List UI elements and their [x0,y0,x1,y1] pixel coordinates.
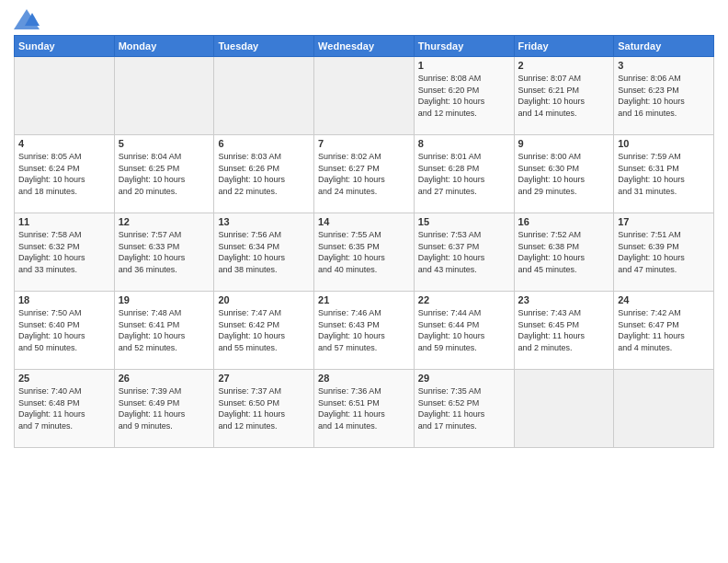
day-number: 24 [618,294,710,305]
day-info: Sunrise: 8:08 AM Sunset: 6:20 PM Dayligh… [418,73,510,119]
day-number: 5 [119,138,210,149]
week-row-3: 11Sunrise: 7:58 AM Sunset: 6:32 PM Dayli… [15,213,714,292]
day-number: 8 [418,138,510,149]
days-header-row: SundayMondayTuesdayWednesdayThursdayFrid… [15,36,714,57]
day-info: Sunrise: 7:40 AM Sunset: 6:48 PM Dayligh… [18,385,110,431]
day-info: Sunrise: 8:03 AM Sunset: 6:26 PM Dayligh… [218,151,310,197]
day-header-thursday: Thursday [414,36,514,57]
day-info: Sunrise: 7:52 AM Sunset: 6:38 PM Dayligh… [518,229,610,275]
day-header-tuesday: Tuesday [214,36,314,57]
day-cell: 19Sunrise: 7:48 AM Sunset: 6:41 PM Dayli… [114,292,214,370]
day-number: 22 [418,294,510,305]
day-info: Sunrise: 7:46 AM Sunset: 6:43 PM Dayligh… [318,307,410,353]
day-info: Sunrise: 8:01 AM Sunset: 6:28 PM Dayligh… [418,151,510,197]
day-cell [614,370,714,448]
day-number: 2 [518,60,610,71]
day-cell: 21Sunrise: 7:46 AM Sunset: 6:43 PM Dayli… [314,292,415,370]
day-cell: 10Sunrise: 7:59 AM Sunset: 6:31 PM Dayli… [614,135,714,213]
week-row-2: 4Sunrise: 8:05 AM Sunset: 6:24 PM Daylig… [15,135,714,213]
week-row-4: 18Sunrise: 7:50 AM Sunset: 6:40 PM Dayli… [15,292,714,370]
day-info: Sunrise: 8:07 AM Sunset: 6:21 PM Dayligh… [518,73,610,119]
day-info: Sunrise: 7:55 AM Sunset: 6:35 PM Dayligh… [318,229,410,275]
day-info: Sunrise: 7:44 AM Sunset: 6:44 PM Dayligh… [418,307,510,353]
day-cell: 29Sunrise: 7:35 AM Sunset: 6:52 PM Dayli… [414,370,514,448]
day-number: 23 [518,294,610,305]
day-cell: 1Sunrise: 8:08 AM Sunset: 6:20 PM Daylig… [414,57,514,135]
day-header-saturday: Saturday [614,36,714,57]
day-number: 10 [618,138,710,149]
day-cell: 26Sunrise: 7:39 AM Sunset: 6:49 PM Dayli… [114,370,214,448]
day-info: Sunrise: 8:02 AM Sunset: 6:27 PM Dayligh… [318,151,410,197]
day-number: 12 [119,216,210,227]
day-cell [214,57,314,135]
day-info: Sunrise: 7:56 AM Sunset: 6:34 PM Dayligh… [218,229,310,275]
day-cell: 16Sunrise: 7:52 AM Sunset: 6:38 PM Dayli… [514,213,614,292]
day-number: 3 [618,60,710,71]
day-cell: 8Sunrise: 8:01 AM Sunset: 6:28 PM Daylig… [414,135,514,213]
day-number: 7 [318,138,410,149]
day-header-monday: Monday [114,36,214,57]
day-cell: 11Sunrise: 7:58 AM Sunset: 6:32 PM Dayli… [15,213,115,292]
day-number: 16 [518,216,610,227]
day-info: Sunrise: 8:04 AM Sunset: 6:25 PM Dayligh… [119,151,210,197]
page-header [14,9,714,29]
week-row-1: 1Sunrise: 8:08 AM Sunset: 6:20 PM Daylig… [15,57,714,135]
day-number: 25 [18,373,110,384]
day-number: 29 [418,373,510,384]
day-info: Sunrise: 8:06 AM Sunset: 6:23 PM Dayligh… [618,73,710,119]
day-number: 6 [218,138,310,149]
day-info: Sunrise: 7:42 AM Sunset: 6:47 PM Dayligh… [618,307,710,353]
day-cell: 23Sunrise: 7:43 AM Sunset: 6:45 PM Dayli… [514,292,614,370]
day-cell: 5Sunrise: 8:04 AM Sunset: 6:25 PM Daylig… [114,135,214,213]
day-number: 28 [318,373,410,384]
calendar-table: SundayMondayTuesdayWednesdayThursdayFrid… [14,35,714,448]
day-cell: 3Sunrise: 8:06 AM Sunset: 6:23 PM Daylig… [614,57,714,135]
day-info: Sunrise: 7:59 AM Sunset: 6:31 PM Dayligh… [618,151,710,197]
day-info: Sunrise: 7:47 AM Sunset: 6:42 PM Dayligh… [218,307,310,353]
day-cell: 18Sunrise: 7:50 AM Sunset: 6:40 PM Dayli… [15,292,115,370]
day-number: 26 [119,373,210,384]
day-cell: 12Sunrise: 7:57 AM Sunset: 6:33 PM Dayli… [114,213,214,292]
day-number: 1 [418,60,510,71]
day-info: Sunrise: 7:53 AM Sunset: 6:37 PM Dayligh… [418,229,510,275]
day-cell: 27Sunrise: 7:37 AM Sunset: 6:50 PM Dayli… [214,370,314,448]
day-cell: 9Sunrise: 8:00 AM Sunset: 6:30 PM Daylig… [514,135,614,213]
day-info: Sunrise: 7:36 AM Sunset: 6:51 PM Dayligh… [318,385,410,431]
day-header-sunday: Sunday [15,36,115,57]
day-info: Sunrise: 7:35 AM Sunset: 6:52 PM Dayligh… [418,385,510,431]
day-number: 13 [218,216,310,227]
day-number: 11 [18,216,110,227]
day-cell: 28Sunrise: 7:36 AM Sunset: 6:51 PM Dayli… [314,370,415,448]
day-cell [114,57,214,135]
day-header-wednesday: Wednesday [314,36,415,57]
day-cell: 13Sunrise: 7:56 AM Sunset: 6:34 PM Dayli… [214,213,314,292]
day-cell: 25Sunrise: 7:40 AM Sunset: 6:48 PM Dayli… [15,370,115,448]
day-number: 9 [518,138,610,149]
day-cell: 7Sunrise: 8:02 AM Sunset: 6:27 PM Daylig… [314,135,415,213]
day-info: Sunrise: 7:51 AM Sunset: 6:39 PM Dayligh… [618,229,710,275]
day-info: Sunrise: 7:48 AM Sunset: 6:41 PM Dayligh… [119,307,210,353]
logo-icon [14,9,40,29]
day-number: 14 [318,216,410,227]
day-cell: 24Sunrise: 7:42 AM Sunset: 6:47 PM Dayli… [614,292,714,370]
day-cell: 6Sunrise: 8:03 AM Sunset: 6:26 PM Daylig… [214,135,314,213]
day-number: 21 [318,294,410,305]
day-number: 19 [119,294,210,305]
day-cell: 2Sunrise: 8:07 AM Sunset: 6:21 PM Daylig… [514,57,614,135]
day-cell: 17Sunrise: 7:51 AM Sunset: 6:39 PM Dayli… [614,213,714,292]
week-row-5: 25Sunrise: 7:40 AM Sunset: 6:48 PM Dayli… [15,370,714,448]
day-number: 20 [218,294,310,305]
day-info: Sunrise: 7:43 AM Sunset: 6:45 PM Dayligh… [518,307,610,353]
day-info: Sunrise: 7:39 AM Sunset: 6:49 PM Dayligh… [119,385,210,431]
day-cell: 4Sunrise: 8:05 AM Sunset: 6:24 PM Daylig… [15,135,115,213]
day-number: 27 [218,373,310,384]
day-cell: 15Sunrise: 7:53 AM Sunset: 6:37 PM Dayli… [414,213,514,292]
day-number: 18 [18,294,110,305]
day-cell [314,57,415,135]
day-cell [15,57,115,135]
logo [14,9,43,29]
day-info: Sunrise: 7:50 AM Sunset: 6:40 PM Dayligh… [18,307,110,353]
day-cell: 14Sunrise: 7:55 AM Sunset: 6:35 PM Dayli… [314,213,415,292]
day-info: Sunrise: 7:37 AM Sunset: 6:50 PM Dayligh… [218,385,310,431]
day-number: 4 [18,138,110,149]
